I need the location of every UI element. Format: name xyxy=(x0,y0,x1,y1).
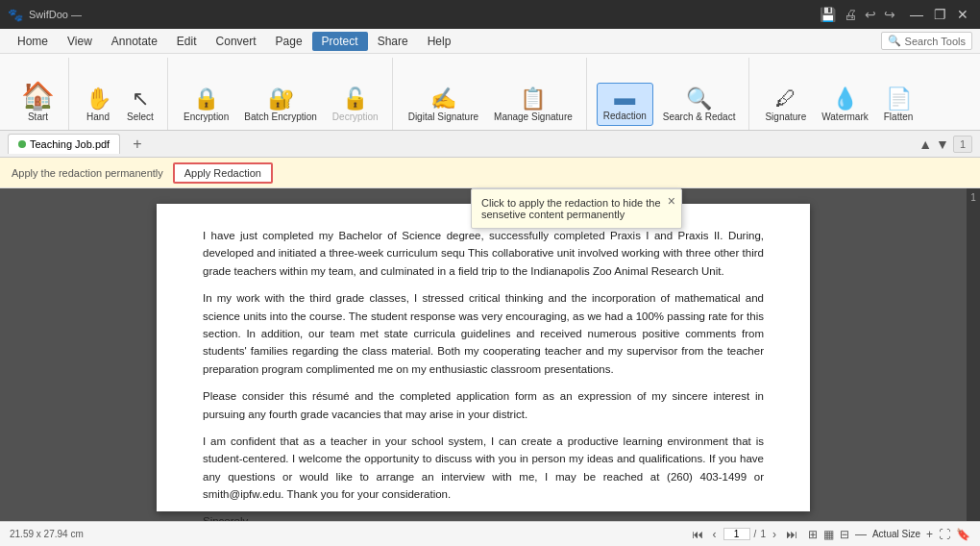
minimize-button[interactable]: — xyxy=(907,5,926,24)
save-icon[interactable]: 💾 xyxy=(820,7,836,22)
print-icon[interactable]: 🖨 xyxy=(844,7,857,22)
tab-label: Teaching Job.pdf xyxy=(30,138,110,150)
menu-page[interactable]: Page xyxy=(266,32,312,51)
document-page: I have just completed my Bachelor of Sci… xyxy=(157,204,810,511)
page-indicator: 1 xyxy=(968,188,978,207)
decryption-label: Decryption xyxy=(332,112,379,122)
start-label: Start xyxy=(28,112,48,122)
tooltip-text: Click to apply the redaction to hide the… xyxy=(481,197,661,220)
ribbon-group-signature: ✍ Digital Signature 📋 Manage Signature xyxy=(395,58,587,130)
hand-button[interactable]: ✋ Hand xyxy=(79,85,117,126)
lock-icon: 🔒 xyxy=(193,88,219,110)
view-mode-button-1[interactable]: ⊞ xyxy=(808,528,818,541)
add-tab-button[interactable]: + xyxy=(124,131,150,158)
signature-label: Signature xyxy=(765,112,806,122)
tab-nav-down[interactable]: ▼ xyxy=(936,136,949,152)
manage-signature-button[interactable]: 📋 Manage Signature xyxy=(488,85,578,126)
app-title: SwifDoo — xyxy=(29,9,820,20)
page-count: 1 xyxy=(953,136,972,153)
tooltip-close-button[interactable]: × xyxy=(668,193,675,209)
apply-redaction-tooltip: × Click to apply the redaction to hide t… xyxy=(471,188,682,229)
doc-paragraph-1: I have just completed my Bachelor of Sci… xyxy=(203,227,764,280)
flatten-icon: 📄 xyxy=(886,88,912,110)
tabbar: Teaching Job.pdf + ▲ ▼ 1 xyxy=(0,131,980,158)
digital-signature-button[interactable]: ✍ Digital Signature xyxy=(403,85,484,126)
zoom-level-label: Actual Size xyxy=(872,529,920,539)
menu-home[interactable]: Home xyxy=(8,32,58,51)
ribbon-group-nav: ✋ Hand ↖ Select xyxy=(71,58,168,130)
doc-sincerely: Sincerely, xyxy=(203,512,764,521)
first-page-button[interactable]: ⏮ xyxy=(689,527,706,542)
signature-button[interactable]: 🖊 Signature xyxy=(759,85,812,126)
view-mode-button-3[interactable]: ⊟ xyxy=(840,528,849,541)
ribbon: 🏠 Start ✋ Hand ↖ Select 🔒 Encryption � xyxy=(0,54,980,131)
sig-pen-icon: 🖊 xyxy=(775,88,796,110)
document-scroll[interactable]: I have just completed my Bachelor of Sci… xyxy=(0,188,967,521)
batch-encryption-label: Batch Encryption xyxy=(244,112,317,122)
undo-icon[interactable]: ↩ xyxy=(865,7,876,22)
tab-teaching-job[interactable]: Teaching Job.pdf xyxy=(8,134,120,154)
tab-modified-dot xyxy=(18,140,26,148)
maximize-button[interactable]: ❐ xyxy=(930,5,949,24)
flatten-label: Flatten xyxy=(884,112,914,122)
ribbon-group-redact: ▬ Redaction 🔍 Search & Redact xyxy=(589,58,750,130)
menubar: Home View Annotate Edit Convert Page Pro… xyxy=(0,29,980,54)
document-scrollbar[interactable]: 1 xyxy=(967,188,980,521)
statusbar-right: ⊞ ▦ ⊟ — Actual Size + ⛶ 🔖 xyxy=(808,528,970,541)
flatten-button[interactable]: 📄 Flatten xyxy=(878,85,919,126)
titlebar: 🐾 SwifDoo — 💾 🖨 ↩ ↪ — ❐ ✕ xyxy=(0,0,980,29)
decryption-button[interactable]: 🔓 Decryption xyxy=(327,85,384,126)
redo-icon[interactable]: ↪ xyxy=(884,7,895,22)
view-mode-button-2[interactable]: ▦ xyxy=(823,528,834,541)
redaction-label: Redaction xyxy=(603,111,647,121)
apply-redaction-button[interactable]: Apply Redaction xyxy=(173,162,273,184)
window-controls: — ❐ ✕ xyxy=(907,5,972,24)
batch-encryption-button[interactable]: 🔐 Batch Encryption xyxy=(238,85,323,126)
home-icon: 🏠 xyxy=(21,83,55,110)
menu-edit[interactable]: Edit xyxy=(167,32,207,51)
start-button[interactable]: 🏠 Start xyxy=(15,79,61,126)
statusbar: 21.59 x 27.94 cm ⏮ ‹ / 1 › ⏭ ⊞ ▦ ⊟ — Act… xyxy=(0,521,980,546)
ribbon-group-protect-tools: 🖊 Signature 💧 Watermark 📄 Flatten xyxy=(751,58,926,130)
doc-paragraph-3: Please consider this résumé and the comp… xyxy=(203,387,764,423)
titlebar-quick-access: 💾 🖨 ↩ ↪ xyxy=(820,7,895,22)
digital-sig-icon: ✍ xyxy=(430,88,456,110)
fullscreen-button[interactable]: ⛶ xyxy=(939,528,950,541)
doc-paragraph-4: I am confident that as a teacher in your… xyxy=(203,433,764,504)
batch-lock-icon: 🔐 xyxy=(268,88,294,110)
search-tools[interactable]: 🔍 Search Tools xyxy=(881,32,972,50)
zoom-out-button[interactable]: — xyxy=(855,528,867,541)
prev-page-button[interactable]: ‹ xyxy=(710,527,720,542)
doc-paragraph-2: In my work with the third grade classes,… xyxy=(203,289,764,378)
encryption-button[interactable]: 🔒 Encryption xyxy=(178,85,234,126)
zoom-in-button[interactable]: + xyxy=(926,528,933,541)
search-redact-button[interactable]: 🔍 Search & Redact xyxy=(657,85,742,126)
watermark-label: Watermark xyxy=(821,112,869,122)
dimensions-label: 21.59 x 27.94 cm xyxy=(10,529,681,539)
redaction-button[interactable]: ▬ Redaction xyxy=(597,83,653,126)
menu-view[interactable]: View xyxy=(58,32,102,51)
tab-nav-up[interactable]: ▲ xyxy=(919,136,932,152)
total-pages: 1 xyxy=(760,529,766,539)
next-page-button[interactable]: › xyxy=(770,527,779,542)
hand-label: Hand xyxy=(86,112,110,122)
menu-share[interactable]: Share xyxy=(368,32,418,51)
search-icon: 🔍 xyxy=(888,35,901,47)
close-button[interactable]: ✕ xyxy=(953,5,972,24)
ribbon-group-encrypt: 🔒 Encryption 🔐 Batch Encryption 🔓 Decryp… xyxy=(170,58,393,130)
redaction-bar-text: Apply the redaction permanently xyxy=(12,167,163,179)
search-tools-label: Search Tools xyxy=(905,36,966,47)
menu-annotate[interactable]: Annotate xyxy=(102,32,167,51)
search-redact-icon: 🔍 xyxy=(686,88,712,110)
menu-help[interactable]: Help xyxy=(418,32,461,51)
watermark-button[interactable]: 💧 Watermark xyxy=(816,85,874,126)
last-page-button[interactable]: ⏭ xyxy=(783,527,800,542)
menu-convert[interactable]: Convert xyxy=(207,32,266,51)
document-area: I have just completed my Bachelor of Sci… xyxy=(0,188,980,521)
app-logo: 🐾 xyxy=(8,8,23,22)
page-number-input[interactable] xyxy=(723,528,750,540)
bookmark-button[interactable]: 🔖 xyxy=(956,528,970,541)
digital-signature-label: Digital Signature xyxy=(408,112,478,122)
menu-protect[interactable]: Protect xyxy=(312,32,368,51)
select-button[interactable]: ↖ Select xyxy=(121,85,159,126)
